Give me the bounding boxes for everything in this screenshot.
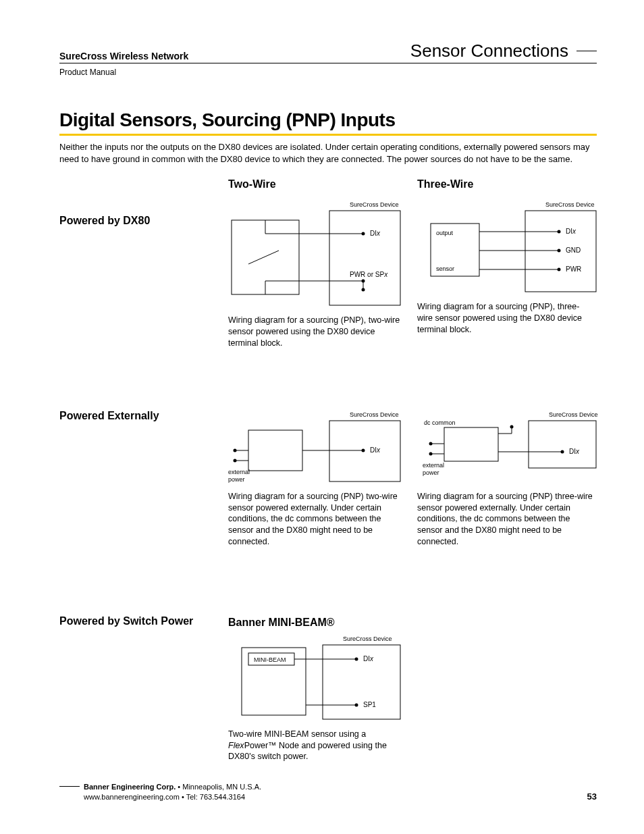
svg-text:SureCross Device: SureCross Device bbox=[549, 411, 598, 418]
svg-point-46 bbox=[510, 425, 514, 428]
intro-text: Neither the inputs nor the outputs on th… bbox=[59, 141, 597, 165]
svg-text:external: external bbox=[228, 469, 250, 475]
svg-text:MINI-BEAM: MINI-BEAM bbox=[254, 656, 286, 663]
svg-rect-30 bbox=[248, 430, 302, 471]
svg-rect-57 bbox=[323, 645, 400, 719]
caption-a: Wiring diagram for a sourcing (PNP), two… bbox=[228, 315, 405, 349]
section-title: Sensor Connections bbox=[410, 41, 568, 61]
svg-point-35 bbox=[234, 448, 237, 452]
product-manual-label: Product Manual bbox=[59, 68, 597, 77]
page-footer: Banner Engineering Corp. • Minneapolis, … bbox=[59, 781, 597, 802]
svg-point-12 bbox=[362, 288, 365, 292]
caption-d: Wiring diagram for a sourcing (PNP) thre… bbox=[417, 491, 594, 548]
svg-text:SureCross Device: SureCross Device bbox=[343, 635, 392, 642]
svg-text:SureCross Device: SureCross Device bbox=[545, 201, 595, 208]
svg-text:DIx: DIx bbox=[569, 448, 580, 455]
svg-text:SP1: SP1 bbox=[363, 701, 376, 708]
svg-text:DIx: DIx bbox=[363, 655, 374, 662]
diagram-three-wire-external: SureCross Device dc common DIx external … bbox=[417, 410, 599, 484]
svg-point-20 bbox=[558, 230, 561, 234]
diagram-two-wire-dx80: SureCross Device DIx PWR or SPx bbox=[228, 200, 404, 308]
svg-point-26 bbox=[558, 268, 561, 271]
svg-text:GND: GND bbox=[566, 246, 581, 254]
svg-rect-1 bbox=[329, 211, 400, 305]
row-header-switch-power: Powered by Switch Power bbox=[59, 615, 228, 762]
svg-text:PWR or SPx: PWR or SPx bbox=[350, 271, 388, 278]
minibeam-header: Banner MINI-BEAM® bbox=[228, 615, 405, 630]
diagram-minibeam: SureCross Device MINI-BEAM DIx SP1 bbox=[228, 634, 404, 722]
page-header: SureCross Wireless Network Sensor Connec… bbox=[59, 41, 597, 77]
svg-point-23 bbox=[558, 249, 561, 253]
svg-text:PWR: PWR bbox=[566, 265, 581, 273]
svg-point-37 bbox=[234, 459, 237, 462]
svg-rect-15 bbox=[525, 211, 596, 292]
diagram-three-wire-dx80: SureCross Device output sensor DIx GND P… bbox=[417, 200, 599, 294]
svg-rect-42 bbox=[444, 427, 498, 461]
row-header-dx80: Powered by DX80 bbox=[59, 215, 228, 349]
col-header-three-wire: Three-Wire bbox=[417, 178, 606, 190]
svg-point-32 bbox=[362, 448, 365, 452]
svg-point-48 bbox=[561, 450, 564, 453]
svg-text:DIx: DIx bbox=[370, 446, 381, 454]
footer-company: Banner Engineering Corp. bbox=[84, 783, 176, 791]
svg-line-7 bbox=[248, 251, 279, 264]
svg-text:SureCross Device: SureCross Device bbox=[350, 201, 399, 208]
svg-rect-41 bbox=[529, 421, 596, 468]
svg-point-62 bbox=[355, 657, 358, 660]
svg-point-5 bbox=[362, 232, 365, 236]
svg-text:sensor: sensor bbox=[436, 265, 454, 272]
network-title: SureCross Wireless Network bbox=[59, 51, 188, 61]
svg-rect-29 bbox=[329, 421, 400, 481]
svg-point-65 bbox=[355, 703, 358, 706]
svg-point-53 bbox=[429, 452, 433, 455]
svg-text:DIx: DIx bbox=[370, 230, 381, 237]
title-underline bbox=[59, 134, 597, 136]
caption-b: Wiring diagram for a sourcing (PNP), thr… bbox=[417, 301, 594, 336]
header-rule bbox=[576, 51, 597, 51]
svg-text:DIx: DIx bbox=[566, 228, 576, 235]
caption-e: Two-wire MINI-BEAM sensor using a FlexPo… bbox=[228, 729, 405, 763]
footer-contact: www.bannerengineering.com • Tel: 763.544… bbox=[84, 792, 261, 802]
svg-point-51 bbox=[429, 442, 433, 445]
svg-text:power: power bbox=[228, 476, 245, 483]
col-header-two-wire: Two-Wire bbox=[228, 178, 417, 190]
svg-text:power: power bbox=[423, 469, 439, 476]
svg-text:output: output bbox=[436, 230, 454, 236]
footer-location: • Minneapolis, MN U.S.A. bbox=[176, 783, 261, 791]
page-number: 53 bbox=[587, 791, 597, 802]
diagram-two-wire-external: SureCross Device DIx external power bbox=[228, 410, 404, 484]
svg-text:dc common: dc common bbox=[424, 419, 456, 426]
row-header-external: Powered Externally bbox=[59, 410, 228, 548]
caption-c: Wiring diagram for a sourcing (PNP) two-… bbox=[228, 491, 405, 548]
svg-text:external: external bbox=[423, 462, 444, 469]
page-title: Digital Sensors, Sourcing (PNP) Inputs bbox=[59, 109, 597, 131]
svg-text:SureCross Device: SureCross Device bbox=[350, 411, 399, 418]
